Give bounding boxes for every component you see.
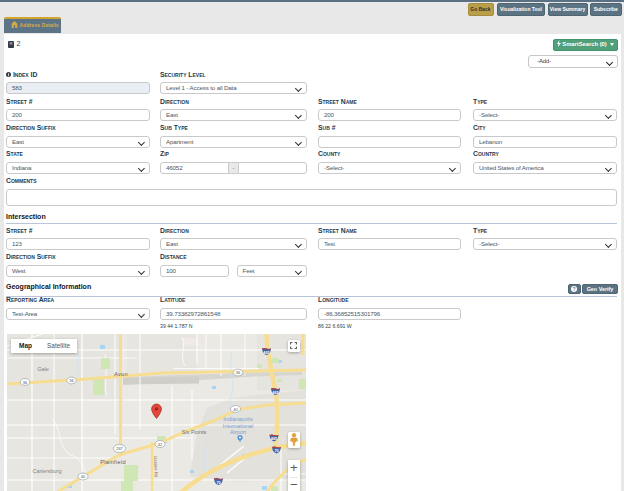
svg-text:465: 465 (272, 391, 278, 395)
svg-text:42: 42 (158, 442, 163, 447)
svg-text:40: 40 (233, 407, 238, 412)
svg-text:36: 36 (69, 378, 74, 383)
svg-text:267: 267 (116, 446, 123, 451)
svg-text:Plainfield: Plainfield (100, 459, 126, 465)
svg-text:Gasline Rd: Gasline Rd (153, 456, 159, 478)
svg-text:465: 465 (271, 437, 277, 441)
svg-text:Avon: Avon (114, 371, 128, 377)
svg-text:36: 36 (236, 370, 241, 375)
svg-text:Gale: Gale (37, 366, 49, 372)
svg-text:70: 70 (274, 449, 278, 453)
svg-text:36: 36 (23, 380, 28, 385)
svg-text:40: 40 (81, 474, 86, 479)
svg-text:Cartersburg: Cartersburg (32, 468, 61, 474)
svg-text:70: 70 (216, 481, 220, 485)
svg-text:465: 465 (263, 351, 269, 355)
svg-text:Airport: Airport (230, 429, 247, 435)
svg-text:Six Points: Six Points (182, 429, 207, 435)
svg-text:Indianapolis: Indianapolis (223, 416, 253, 422)
